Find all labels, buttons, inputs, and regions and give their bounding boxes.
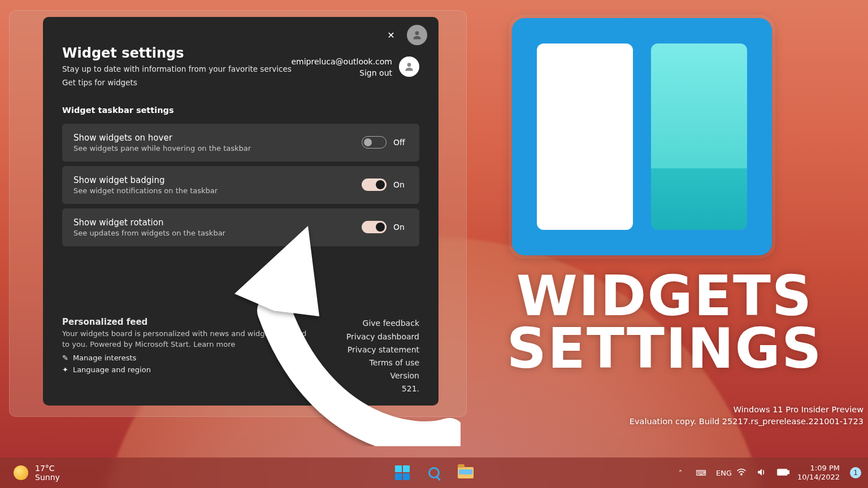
weather-cond: Sunny [35, 473, 60, 482]
setting-title: Show widgets on hover [73, 133, 251, 143]
wifi-icon[interactable] [736, 468, 747, 478]
svg-point-2 [741, 473, 742, 474]
widgets-icon-left-pane [537, 43, 633, 230]
version-value: 521. [346, 382, 419, 395]
widgets-icon-right-pane [651, 43, 747, 230]
widget-settings-modal: ✕ Widget settings Stay up to date with i… [43, 17, 439, 406]
toggle-hover[interactable] [362, 136, 387, 149]
give-feedback-link[interactable]: Give feedback [346, 317, 419, 330]
privacy-dashboard-link[interactable]: Privacy dashboard [346, 330, 419, 343]
battery-icon[interactable] [777, 469, 787, 477]
setting-row-hover: Show widgets on hover See widgets pane w… [62, 124, 419, 162]
avatar-button[interactable] [407, 25, 427, 45]
sign-out-link[interactable]: Sign out [291, 68, 392, 79]
account-avatar[interactable] [399, 56, 419, 77]
feed-desc: Your widgets board is personalized with … [62, 329, 311, 350]
setting-title: Show widget badging [73, 175, 218, 185]
toggle-label: On [393, 180, 408, 189]
notification-badge[interactable]: 1 [850, 467, 861, 478]
start-button[interactable] [394, 464, 411, 481]
setting-desc: See widgets pane while hovering on the t… [73, 144, 251, 152]
pencil-icon: ✎ [62, 354, 68, 362]
account-email: emipreluca@outlook.com [291, 56, 392, 68]
language-region-link[interactable]: ✦ Language and region [62, 365, 311, 374]
svg-rect-4 [788, 470, 789, 473]
desktop-watermark: Windows 11 Pro Insider Preview Evaluatio… [630, 404, 863, 427]
setting-title: Show widget rotation [73, 217, 225, 228]
volume-icon[interactable] [757, 468, 767, 478]
globe-icon: ✦ [62, 365, 68, 374]
taskbar-widgets-button[interactable]: 17°C Sunny [0, 464, 60, 482]
setting-desc: See widget notifications on the taskbar [73, 186, 218, 195]
overlay-title: WIDGETS SETTINGS [461, 270, 868, 375]
terms-link[interactable]: Terms of use [346, 356, 419, 369]
setting-row-badging: Show widget badging See widget notificat… [62, 166, 419, 204]
weather-temp: 17°C [35, 464, 60, 473]
svg-point-0 [415, 31, 419, 35]
file-explorer-button[interactable] [457, 464, 474, 481]
tray-overflow-icon[interactable]: ˄ [675, 469, 685, 477]
section-heading: Widget taskbar settings [62, 106, 419, 115]
widgets-app-icon [512, 18, 772, 255]
version-label: Version [346, 369, 419, 382]
taskbar-clock[interactable]: 1:09 PM 10/14/2022 [797, 464, 840, 481]
svg-point-1 [407, 63, 411, 67]
language-indicator[interactable]: ENG [716, 469, 726, 477]
taskbar: 17°C Sunny ˄ ⌨ ENG 1:09 PM 10/14/2022 1 [0, 457, 868, 488]
manage-interests-link[interactable]: ✎ Manage interests [62, 354, 311, 362]
toggle-badging[interactable] [362, 178, 387, 191]
weather-sun-icon [14, 465, 28, 480]
touch-keyboard-icon[interactable]: ⌨ [696, 469, 706, 477]
svg-rect-5 [779, 470, 787, 474]
setting-desc: See updates from widgets on the taskbar [73, 229, 225, 237]
toggle-label: On [393, 223, 408, 232]
setting-row-rotation: Show widget rotation See updates from wi… [62, 208, 419, 246]
toggle-rotation[interactable] [362, 221, 387, 233]
close-icon[interactable]: ✕ [382, 26, 400, 44]
toggle-label: Off [393, 138, 408, 147]
feed-title: Personalized feed [62, 317, 311, 327]
page-subtitle-2: Get tips for widgets [62, 77, 419, 88]
privacy-statement-link[interactable]: Privacy statement [346, 343, 419, 356]
search-button[interactable] [426, 464, 442, 481]
